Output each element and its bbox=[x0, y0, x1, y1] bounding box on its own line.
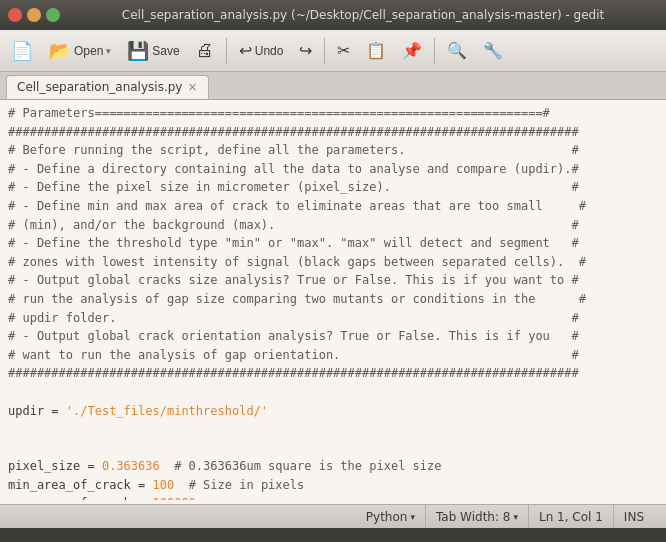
tab-width-label: Tab Width: 8 bbox=[436, 510, 510, 524]
position-label: Ln 1, Col 1 bbox=[539, 510, 603, 524]
close-button[interactable] bbox=[8, 8, 22, 22]
open-label: Open bbox=[74, 44, 103, 58]
code-editor[interactable]: # Parameters============================… bbox=[0, 100, 666, 504]
tab-width-status[interactable]: Tab Width: 8 ▾ bbox=[426, 505, 529, 528]
code-content[interactable]: # Parameters============================… bbox=[0, 104, 666, 500]
language-dropdown[interactable]: ▾ bbox=[410, 512, 415, 522]
new-button[interactable]: 📄 bbox=[4, 35, 40, 67]
tools-button[interactable]: 🔧 bbox=[476, 36, 510, 65]
copy-icon: 📋 bbox=[366, 41, 386, 60]
open-dropdown-arrow: ▾ bbox=[106, 46, 111, 56]
language-label: Python bbox=[366, 510, 408, 524]
code-line-1: # Parameters============================… bbox=[8, 106, 586, 380]
paste-button[interactable]: 📌 bbox=[395, 36, 429, 65]
cut-button[interactable]: ✂ bbox=[330, 36, 357, 65]
toolbar: 📄 📂 Open ▾ 💾 Save 🖨 ↩ Undo ↪ ✂ 📋 📌 🔍 bbox=[0, 30, 666, 72]
paste-icon: 📌 bbox=[402, 41, 422, 60]
save-button[interactable]: 💾 Save bbox=[120, 35, 186, 67]
find-button[interactable]: 🔍 bbox=[440, 36, 474, 65]
language-status[interactable]: Python ▾ bbox=[356, 505, 426, 528]
separator-3 bbox=[434, 38, 435, 64]
tools-icon: 🔧 bbox=[483, 41, 503, 60]
new-icon: 📄 bbox=[11, 40, 33, 62]
mode-label: INS bbox=[624, 510, 644, 524]
title-bar: Cell_separation_analysis.py (~/Desktop/C… bbox=[0, 0, 666, 30]
window-controls bbox=[8, 8, 60, 22]
find-icon: 🔍 bbox=[447, 41, 467, 60]
maximize-button[interactable] bbox=[46, 8, 60, 22]
code-line-updir: updir = './Test_files/minthreshold/' bbox=[8, 404, 268, 418]
open-icon: 📂 bbox=[49, 40, 71, 62]
undo-button[interactable]: ↩ Undo bbox=[232, 36, 291, 65]
minimize-button[interactable] bbox=[27, 8, 41, 22]
save-icon: 💾 bbox=[127, 40, 149, 62]
tab-bar: Cell_separation_analysis.py × bbox=[0, 72, 666, 100]
undo-label: Undo bbox=[255, 44, 284, 58]
copy-button[interactable]: 📋 bbox=[359, 36, 393, 65]
undo-icon: ↩ bbox=[239, 41, 252, 60]
save-label: Save bbox=[152, 44, 179, 58]
print-button[interactable]: 🖨 bbox=[189, 35, 221, 66]
redo-button[interactable]: ↪ bbox=[292, 36, 319, 65]
open-button[interactable]: 📂 Open ▾ bbox=[42, 35, 118, 67]
print-icon: 🖨 bbox=[196, 40, 214, 61]
status-bar: Python ▾ Tab Width: 8 ▾ Ln 1, Col 1 INS bbox=[0, 504, 666, 528]
redo-icon: ↪ bbox=[299, 41, 312, 60]
mode-status: INS bbox=[614, 505, 654, 528]
tab-width-dropdown[interactable]: ▾ bbox=[513, 512, 518, 522]
position-status: Ln 1, Col 1 bbox=[529, 505, 614, 528]
tab-close-button[interactable]: × bbox=[187, 81, 197, 93]
file-tab[interactable]: Cell_separation_analysis.py × bbox=[6, 75, 209, 99]
window-title: Cell_separation_analysis.py (~/Desktop/C… bbox=[68, 8, 658, 22]
tab-filename: Cell_separation_analysis.py bbox=[17, 80, 182, 94]
separator-2 bbox=[324, 38, 325, 64]
separator-1 bbox=[226, 38, 227, 64]
code-line-pixel: pixel_size = 0.363636 # 0.363636um squar… bbox=[8, 459, 441, 500]
cut-icon: ✂ bbox=[337, 41, 350, 60]
